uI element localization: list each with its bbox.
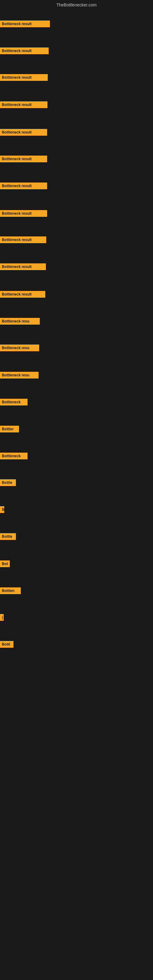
bar-row-15: Bottleneck [0,396,153,408]
bar-row-1: Bottleneck result [0,18,153,30]
bar-row-8: Bottleneck result [0,208,153,219]
bar-row-16: Bottler [0,423,153,435]
bar-row-10: Bottleneck result [0,261,153,272]
bar-row-12: Bottleneck resu [0,315,153,327]
bottleneck-bar-4: Bottleneck result [0,101,48,108]
bar-row-5: Bottleneck result [0,126,153,138]
bottleneck-bar-17: Bottleneck [0,453,27,460]
bar-row-23: | [0,612,153,623]
bar-row-24: Bottl [0,638,153,650]
bar-row-4: Bottleneck result [0,99,153,111]
bar-row-6: Bottleneck result [0,153,153,165]
bottleneck-bar-15: Bottleneck [0,399,27,406]
bar-row-18: Bottle [0,477,153,488]
bar-row-22: Bottlen [0,585,153,597]
bottleneck-bar-21: Bot [0,560,10,567]
site-title: TheBottlenecker.com [0,0,153,10]
bottleneck-bar-12: Bottleneck resu [0,318,40,325]
bottleneck-bar-10: Bottleneck result [0,263,46,270]
bar-row-13: Bottleneck resu [0,342,153,354]
bar-row-19: B [0,504,153,515]
bar-row-3: Bottleneck result [0,72,153,83]
bottleneck-bar-23: | [0,614,4,621]
bottleneck-bar-22: Bottlen [0,587,21,594]
bottleneck-bar-20: Bottle [0,533,16,540]
bar-row-11: Bottleneck result [0,288,153,300]
bottleneck-bar-5: Bottleneck result [0,129,47,136]
bottleneck-bar-7: Bottleneck result [0,183,47,189]
bottleneck-bar-14: Bottleneck resu [0,372,38,379]
bottleneck-bar-13: Bottleneck resu [0,345,39,351]
bottleneck-bar-24: Bottl [0,641,13,648]
site-header: TheBottlenecker.com [0,0,153,10]
bar-row-2: Bottleneck result [0,45,153,57]
bottleneck-bar-9: Bottleneck result [0,236,46,243]
bar-row-9: Bottleneck result [0,234,153,246]
bottleneck-bar-6: Bottleneck result [0,156,47,162]
bars-container: Bottleneck resultBottleneck resultBottle… [0,10,153,980]
bottleneck-bar-11: Bottleneck result [0,291,45,298]
bar-row-17: Bottleneck [0,450,153,462]
bar-row-14: Bottleneck resu [0,369,153,381]
bar-row-20: Bottle [0,531,153,542]
bottleneck-bar-16: Bottler [0,426,19,433]
bottleneck-bar-18: Bottle [0,479,16,486]
bottleneck-bar-1: Bottleneck result [0,21,50,27]
bottleneck-bar-2: Bottleneck result [0,48,49,54]
bottleneck-bar-8: Bottleneck result [0,210,47,217]
bottleneck-bar-3: Bottleneck result [0,74,48,81]
bar-row-7: Bottleneck result [0,180,153,192]
bottleneck-bar-19: B [0,506,4,513]
bar-row-21: Bot [0,558,153,570]
